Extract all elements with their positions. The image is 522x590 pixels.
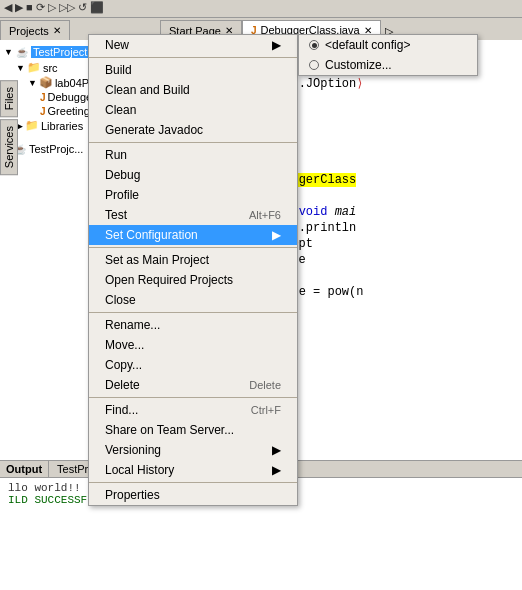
menu-javadoc-label: Generate Javadoc [105,123,203,137]
menu-properties-label: Properties [105,488,160,502]
radio-default-config [309,40,319,50]
menu-new-arrow: ▶ [272,38,281,52]
menu-copy-label: Copy... [105,358,142,372]
menu-item-find[interactable]: Find... Ctrl+F [89,400,297,420]
menu-item-clean-build[interactable]: Clean and Build [89,80,297,100]
menu-item-properties[interactable]: Properties [89,485,297,505]
side-tab-files[interactable]: Files [0,80,18,117]
package-icon: 📦 [39,76,53,89]
menu-move-label: Move... [105,338,144,352]
menu-openrequired-label: Open Required Projects [105,273,233,287]
folder-src-label: src [43,62,58,74]
menu-find-shortcut: Ctrl+F [251,404,281,416]
menu-versioning-arrow: ▶ [272,443,281,457]
menu-item-share[interactable]: Share on Team Server... [89,420,297,440]
menu-item-javadoc[interactable]: Generate Javadoc [89,120,297,140]
radio-customize [309,60,319,70]
menu-test-label: Test [105,208,127,222]
menu-item-new[interactable]: New ▶ [89,35,297,55]
project-label: TestProject [31,46,89,58]
menu-item-close[interactable]: Close [89,290,297,310]
menu-item-set-main[interactable]: Set as Main Project [89,250,297,270]
menu-close-label: Close [105,293,136,307]
submenu-default-config-label: <default config> [325,38,410,52]
submenu-item-customize[interactable]: Customize... [299,55,477,75]
menu-item-local-history[interactable]: Local History ▶ [89,460,297,480]
menu-delete-shortcut: Delete [249,379,281,391]
menu-localhistory-arrow: ▶ [272,463,281,477]
project-icon: ☕ [15,45,29,59]
expand-pkg: ▼ [28,78,37,88]
menu-item-clean[interactable]: Clean [89,100,297,120]
separator-1 [89,57,297,58]
menu-find-label: Find... [105,403,138,417]
menu-test-shortcut: Alt+F6 [249,209,281,221]
expand-icon: ▼ [4,47,13,57]
file2-icon: J [40,106,46,117]
menu-item-run[interactable]: Run [89,145,297,165]
menu-clean-build-label: Clean and Build [105,83,190,97]
tab-projects-close[interactable]: ✕ [53,25,61,36]
separator-5 [89,397,297,398]
menu-item-debug[interactable]: Debug [89,165,297,185]
tab-projects-label: Projects [9,25,49,37]
menu-versioning-label: Versioning [105,443,161,457]
side-tabs: Files Services [0,80,18,175]
libs-label: Libraries [41,120,83,132]
menu-item-versioning[interactable]: Versioning ▶ [89,440,297,460]
menu-rename-label: Rename... [105,318,160,332]
menu-share-label: Share on Team Server... [105,423,234,437]
submenu-customize-label: Customize... [325,58,392,72]
separator-6 [89,482,297,483]
output-label: Output [0,461,49,477]
menu-item-profile[interactable]: Profile [89,185,297,205]
menu-item-copy[interactable]: Copy... [89,355,297,375]
separator-2 [89,142,297,143]
menu-item-move[interactable]: Move... [89,335,297,355]
toolbar: ◀ ▶ ■ ⟳ ▷ ▷▷ ↺ ⬛ [0,0,522,18]
file2-label: Greeting [48,105,90,117]
menu-clean-label: Clean [105,103,136,117]
side-tab-services[interactable]: Services [0,119,18,175]
menu-delete-label: Delete [105,378,140,392]
menu-item-delete[interactable]: Delete Delete [89,375,297,395]
menu-new-label: New [105,38,129,52]
menu-setconfig-label: Set Configuration [105,228,198,242]
menu-setmain-label: Set as Main Project [105,253,209,267]
tab-projects[interactable]: Projects ✕ [0,20,70,40]
menu-build-label: Build [105,63,132,77]
menu-item-open-required[interactable]: Open Required Projects [89,270,297,290]
menu-debug-label: Debug [105,168,140,182]
menu-item-rename[interactable]: Rename... [89,315,297,335]
submenu-setconfig: <default config> Customize... [298,34,478,76]
libs-icon: 📁 [25,119,39,132]
expand-src: ▼ [16,63,25,73]
menu-item-test[interactable]: Test Alt+F6 [89,205,297,225]
menu-setconfig-arrow: ▶ [272,228,281,242]
folder-src-icon: 📁 [27,61,41,74]
separator-4 [89,312,297,313]
menu-run-label: Run [105,148,127,162]
context-menu: New ▶ Build Clean and Build Clean Genera… [88,34,298,506]
menu-item-build[interactable]: Build [89,60,297,80]
menu-localhistory-label: Local History [105,463,174,477]
menu-profile-label: Profile [105,188,139,202]
proj2-label: TestProjc... [29,143,83,155]
submenu-item-default-config[interactable]: <default config> [299,35,477,55]
separator-3 [89,247,297,248]
toolbar-icons: ◀ ▶ ■ ⟳ ▷ ▷▷ ↺ ⬛ [0,1,104,13]
file1-icon: J [40,92,46,103]
menu-item-set-config[interactable]: Set Configuration ▶ [89,225,297,245]
